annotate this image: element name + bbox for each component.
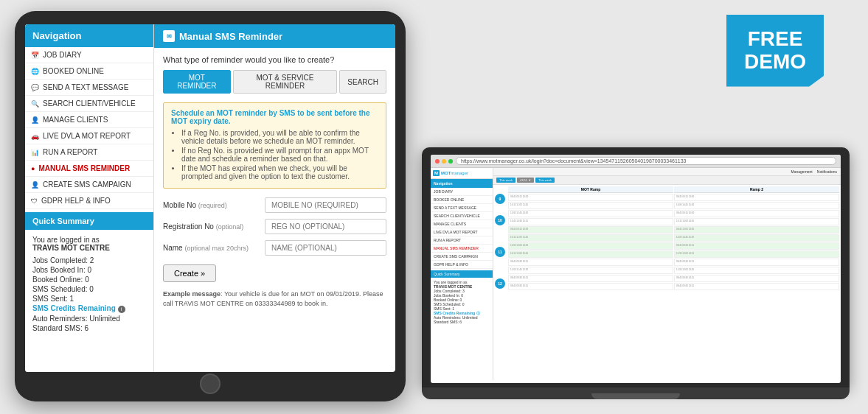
- tab-mot-reminder[interactable]: MOT REMINDER: [163, 70, 231, 94]
- free-demo-line2: DEMO: [744, 51, 806, 74]
- info-bullet-1: If a Reg No. is provided, you will be ab…: [181, 129, 378, 145]
- minimize-dot: [442, 159, 446, 164]
- quick-summary-header: Quick Summary: [25, 212, 153, 230]
- globe-icon: 🌐: [31, 68, 39, 75]
- tablet-screen: Navigation 📅 JOB DIARY 🌐 BOOKED ONLINE 💬…: [25, 24, 395, 372]
- tab-mot-service-reminder[interactable]: MOT & SERVICE REMINDER: [233, 70, 338, 94]
- sidebar-item-manual-sms[interactable]: ● MANUAL SMS REMINDER: [25, 161, 153, 177]
- ramp1-cell-6: 10:15 11:00 11:45: [508, 234, 673, 242]
- info-box: Schedule an MOT reminder by SMS to be se…: [163, 102, 386, 189]
- sidebar-item-dvla-mot[interactable]: 🚗 LIVE DVLA MOT REPORT: [25, 128, 153, 144]
- laptop-nav-job-diary[interactable]: JOB DIARY: [431, 188, 493, 196]
- campaign-icon: 👤: [31, 181, 39, 189]
- mot-ramp-header: MOT Ramp: [508, 186, 673, 193]
- ramp1-cell-4: 13:45 14:30 15:15: [508, 218, 673, 225]
- calendar-icon: 📅: [31, 52, 39, 59]
- laptop-nav-campaign[interactable]: CREATE SMS CAMPAIGN: [431, 253, 493, 261]
- notifications-link[interactable]: Notifications: [817, 169, 837, 174]
- ramp1-cell-10: 11:00 11:45 12:30: [508, 267, 673, 274]
- laptop-screen: https://www.motmanager.co.uk/login?doc=d…: [431, 155, 841, 383]
- ramp1-cell-9: 08:45 09:30 10:15: [508, 259, 673, 266]
- sidebar-item-send-text[interactable]: 💬 SEND A TEXT MESSAGE: [25, 80, 153, 96]
- date-num-12: 12: [495, 278, 505, 289]
- form-row-name: Name (optional max 20chrs): [163, 240, 386, 256]
- nav-label: GDPR HELP & INFO: [41, 197, 111, 205]
- laptop-sidebar: M MOTmanager Navigation JOB DIARY BOOKED…: [431, 168, 493, 380]
- sms-icon: ●: [31, 165, 35, 172]
- chat-icon: 💬: [31, 84, 39, 91]
- ramp1-cell-7: 12:00 13:00 14:00: [508, 242, 673, 250]
- fullscreen-dot: [448, 159, 453, 164]
- laptop-nav-header: Navigation: [431, 179, 493, 188]
- nav-label: SEND A TEXT MESSAGE: [43, 83, 128, 91]
- stat-jobs-completed: Jobs Completed: 2: [32, 256, 146, 264]
- prompt-text: What type of reminder would you like to …: [163, 55, 386, 64]
- ramp2-cell-3: 08:45 09:15 10:00: [674, 210, 839, 217]
- ramp2-cell-11: 08:45 09:30 14:15: [674, 275, 839, 282]
- logged-in-label: You are logged in as TRAVIS MOT CENTRE: [32, 236, 146, 252]
- tablet-home-button[interactable]: [200, 373, 221, 394]
- nav-label: CREATE SMS CAMPAIGN: [43, 180, 131, 189]
- nav-label: LIVE DVLA MOT REPORT: [43, 132, 131, 140]
- name-label: Name (optional max 20chrs): [163, 244, 259, 252]
- laptop-nav-manage-clients[interactable]: MANAGE CLIENTS: [431, 220, 493, 228]
- laptop-top-nav: Management Notifications: [791, 169, 837, 174]
- ramp2-cell-10: 11:00 13:00 13:45: [674, 267, 839, 274]
- create-button[interactable]: Create: [163, 264, 216, 282]
- sidebar-item-job-diary[interactable]: 📅 JOB DIARY: [25, 47, 153, 63]
- laptop-nav-send-text[interactable]: SEND A TEXT MESSAGE: [431, 204, 493, 212]
- sidebar-item-search-client[interactable]: 🔍 SEARCH CLIENT/VEHICLE: [25, 96, 153, 112]
- week-tab-2[interactable]: This week: [535, 178, 555, 183]
- mobile-input[interactable]: [265, 197, 386, 213]
- example-message: Example message: Your vehicle is due for…: [163, 290, 386, 308]
- sidebar-item-run-report[interactable]: 📊 RUN A REPORT: [25, 144, 153, 161]
- ramp1-cell-5: 08:45 09:15 10:00: [508, 226, 673, 234]
- laptop-nav-manual-sms[interactable]: MANUAL SMS REMINDER: [431, 245, 493, 253]
- week-tab-0[interactable]: This week: [496, 178, 515, 183]
- ramp1-cell-12: 08:45 09:30 10:15: [508, 283, 673, 290]
- sidebar-item-create-campaign[interactable]: 👤 CREATE SMS CAMPAIGN: [25, 177, 153, 193]
- name-input[interactable]: [265, 240, 386, 256]
- ramp2-header: Ramp 2: [674, 186, 839, 193]
- laptop-nav-search[interactable]: SEARCH CLIENT/VEHICLE: [431, 212, 493, 220]
- nav-label: MANAGE CLIENTS: [43, 116, 108, 124]
- info-bullet-3: If the MOT has expired when we check, yo…: [181, 164, 378, 180]
- browser-dots: [435, 159, 453, 164]
- mot-ramp-col: MOT Ramp 08:45 09:15 10:00 10:15 11:00 1…: [508, 186, 673, 290]
- date-num-9: 9: [495, 194, 505, 204]
- stat-jobs-booked: Jobs Booked In: 0: [32, 266, 146, 274]
- info-icon-nav: 🛡: [31, 197, 38, 205]
- ramp1-cell-11: 08:45 09:30 10:15: [508, 275, 673, 282]
- sidebar-item-manage-clients[interactable]: 👤 MANAGE CLIENTS: [25, 112, 153, 128]
- browser-url[interactable]: https://www.motmanager.co.uk/login?doc=d…: [456, 157, 836, 165]
- sidebar-item-gdpr[interactable]: 🛡 GDPR HELP & INFO: [25, 193, 153, 209]
- date-num-11: 11: [495, 247, 505, 257]
- sidebar-item-booked-online[interactable]: 🌐 BOOKED ONLINE: [25, 63, 153, 80]
- free-demo-line1: FREE: [744, 28, 806, 51]
- main-content: ✉ Manual SMS Reminder What type of remin…: [154, 24, 395, 372]
- laptop-nav-booked-online[interactable]: BOOKED ONLINE: [431, 196, 493, 204]
- date-numbers-col: 9 10 11 12: [495, 194, 508, 290]
- main-body: What type of reminder would you like to …: [154, 48, 395, 372]
- tab-search[interactable]: SEARCH: [339, 70, 386, 94]
- ramp2-cell-1: 08:45 09:15 13:00: [674, 194, 839, 201]
- info-title: Schedule an MOT reminder by SMS to be se…: [171, 109, 378, 125]
- laptop-nav-run-report[interactable]: RUN A REPORT: [431, 236, 493, 245]
- user-icon: 👤: [31, 116, 39, 124]
- reg-label: Registration No (optional): [163, 222, 259, 231]
- mot-logo-text: MOTmanager: [441, 171, 468, 175]
- ramp2-cell-6: 14:00 14:45 15:30: [674, 234, 839, 242]
- sms-envelope-icon: ✉: [163, 30, 175, 42]
- sidebar: Navigation 📅 JOB DIARY 🌐 BOOKED ONLINE 💬…: [25, 24, 154, 372]
- laptop-nav-gdpr[interactable]: GDPR HELP & INFO: [431, 261, 493, 269]
- nav-header: Navigation: [25, 24, 153, 47]
- management-link[interactable]: Management: [791, 169, 813, 174]
- free-demo-badge: FREE DEMO: [726, 15, 824, 87]
- example-msg-label: Example message: [163, 290, 221, 298]
- ramp2-cell-9: 08:45 09:30 10:15: [674, 259, 839, 266]
- week-tab-1[interactable]: 41/51 ▼: [517, 178, 534, 183]
- reg-input[interactable]: [265, 219, 386, 234]
- ramp1-cell-3: 12:00 12:45 13:30: [508, 210, 673, 217]
- laptop-nav-dvla[interactable]: LIVE DVLA MOT REPORT: [431, 228, 493, 236]
- laptop-screen-outer: https://www.motmanager.co.uk/login?doc=d…: [422, 147, 850, 387]
